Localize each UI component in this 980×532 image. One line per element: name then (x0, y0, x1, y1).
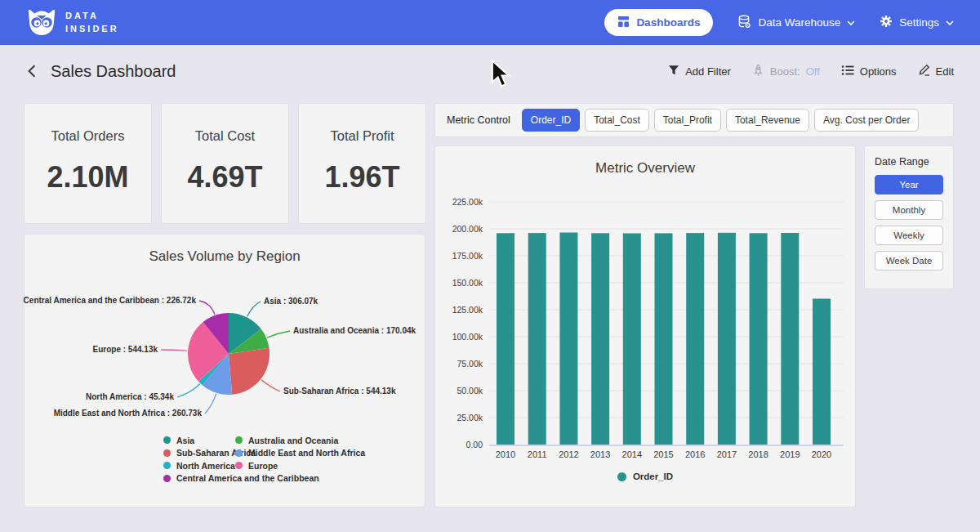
date-range-options: YearMonthlyWeeklyWeek Date (875, 175, 943, 270)
date-range-option-monthly[interactable]: Monthly (875, 200, 943, 220)
x-axis-tick-label: 2017 (717, 449, 737, 459)
legend-dot (617, 472, 626, 481)
bar-2017[interactable] (718, 233, 736, 445)
edit-button[interactable]: Edit (918, 64, 954, 78)
y-axis-tick-label: 100.00k (452, 332, 483, 342)
pie-label-australia-and-oceania: Australia and Oceania : 170.04k (293, 326, 416, 335)
bar-2019[interactable] (781, 233, 799, 445)
y-axis-tick-label: 200.00k (452, 224, 483, 234)
add-filter-button[interactable]: Add Filter (668, 65, 731, 78)
bar-chart: 0.0025.00k50.00k75.00k100.00k125.00k150.… (435, 179, 855, 465)
legend-dot (163, 436, 171, 444)
bar-2012[interactable] (559, 233, 577, 445)
kpi-card-total-profit: Total Profit 1.96T (299, 104, 425, 223)
y-axis-tick-label: 0.00 (466, 440, 483, 449)
kpi-value: 1.96T (324, 160, 399, 194)
chevron-down-icon (847, 16, 855, 29)
pie-chart-title: Sales Volume by Region (24, 248, 425, 265)
x-axis-tick-label: 2018 (748, 449, 768, 459)
bar-2013[interactable] (591, 233, 609, 445)
pie-callout-line (161, 350, 187, 351)
pie-callout-line (261, 380, 280, 391)
x-axis-tick-label: 2015 (653, 449, 673, 459)
legend-dot (163, 449, 171, 457)
legend-dot (163, 475, 171, 482)
pie-chart: Asia : 306.07kAustralia and Oceania : 17… (24, 282, 425, 429)
boost-toggle[interactable]: Boost: Off (752, 64, 820, 79)
legend-label: Australia and Oceania (248, 436, 338, 445)
pie-label-middle-east-and-north-africa: Middle East and North Africa : 260.73k (54, 409, 202, 418)
y-axis-tick-label: 175.00k (452, 251, 483, 261)
nav-dashboards-button[interactable]: Dashboards (604, 9, 713, 36)
date-range-label: Date Range (875, 156, 943, 168)
app-logo[interactable]: DATA INSIDER (26, 6, 119, 40)
date-range-option-weekly[interactable]: Weekly (875, 226, 943, 245)
x-axis-tick-label: 2019 (780, 449, 800, 459)
pie-slice-sub-saharan-africa[interactable] (229, 348, 270, 395)
pie-legend-item-europe: Europe (235, 459, 365, 472)
dashboards-grid-icon (617, 16, 630, 30)
nav-data-warehouse[interactable]: Data Warehouse (737, 15, 855, 31)
legend-label: Order_ID (633, 472, 673, 481)
top-navbar: DATA INSIDER Dashboards (0, 0, 980, 45)
pie-label-sub-saharan-africa: Sub-Saharan Africa : 544.13k (283, 387, 395, 396)
legend-dot (235, 449, 243, 457)
bar-2015[interactable] (655, 233, 673, 445)
pencil-icon (918, 64, 930, 78)
back-button[interactable] (26, 64, 38, 78)
metric-option-total-revenue[interactable]: Total_Revenue (726, 109, 809, 132)
boost-value: Off (806, 65, 820, 78)
metric-control-bar: Metric Control Order_IDTotal_CostTotal_P… (435, 104, 953, 136)
legend-dot (235, 462, 243, 469)
pie-label-asia: Asia : 306.07k (264, 297, 318, 306)
pie-label-europe: Europe : 544.13k (93, 345, 158, 354)
boost-label: Boost: (770, 65, 800, 78)
bar-2014[interactable] (623, 234, 641, 445)
y-axis-tick-label: 50.00k (457, 386, 483, 396)
kpi-label: Total Profit (331, 128, 394, 144)
legend-dot (235, 436, 243, 444)
pie-callout-line (199, 301, 215, 315)
pie-legend-item-middle-east-and-north-africa: Middle East and North Africa (235, 447, 365, 460)
database-icon (737, 15, 751, 31)
pie-callout-line (205, 394, 216, 414)
sales-dashboard-app: DATA INSIDER Dashboards (0, 0, 980, 532)
page-title: Sales Dashboard (51, 62, 176, 81)
x-axis-tick-label: 2020 (812, 449, 831, 459)
date-range-option-year[interactable]: Year (875, 175, 943, 194)
y-axis-tick-label: 150.00k (452, 278, 483, 288)
pie-callout-line (247, 302, 261, 316)
bar-2016[interactable] (686, 233, 704, 445)
legend-label: Asia (176, 436, 194, 445)
x-axis-tick-label: 2013 (590, 449, 610, 459)
filter-funnel-icon (668, 65, 679, 78)
y-axis-tick-label: 225.00k (452, 197, 483, 207)
x-axis-tick-label: 2014 (622, 449, 642, 459)
metric-option-total-cost[interactable]: Total_Cost (585, 109, 649, 132)
bar-chart-legend: Order_ID (435, 472, 855, 481)
date-range-option-week-date[interactable]: Week Date (875, 251, 943, 270)
owl-logo-icon (26, 6, 57, 40)
pie-chart-card: Sales Volume by Region Asia : 306.07kAus… (24, 235, 425, 507)
bar-2010[interactable] (497, 233, 514, 445)
metric-option-avg-cost-per-order[interactable]: Avg. Cost per Order (814, 109, 920, 132)
date-range-panel: Date Range YearMonthlyWeeklyWeek Date (865, 146, 953, 288)
kpi-value: 4.69T (187, 160, 262, 194)
metric-control-options: Order_IDTotal_CostTotal_ProfitTotal_Reve… (522, 109, 920, 132)
bar-2020[interactable] (813, 299, 831, 445)
metric-option-total-profit[interactable]: Total_Profit (654, 109, 721, 132)
options-button[interactable]: Options (841, 65, 897, 78)
bar-chart-card: Metric Overview 0.0025.00k50.00k75.00k10… (435, 146, 855, 507)
bar-2011[interactable] (528, 233, 546, 445)
kpi-label: Total Cost (195, 128, 255, 144)
nav-settings[interactable]: Settings (880, 15, 954, 30)
list-options-icon (841, 65, 854, 78)
rocket-icon (752, 64, 764, 79)
x-axis-tick-label: 2016 (685, 449, 705, 459)
y-axis-tick-label: 125.00k (452, 305, 483, 315)
metric-option-order-id[interactable]: Order_ID (522, 109, 580, 132)
bar-chart-title: Metric Overview (435, 160, 855, 177)
bar-2018[interactable] (750, 233, 768, 445)
kpi-label: Total Orders (51, 128, 125, 144)
legend-dot (163, 462, 171, 469)
